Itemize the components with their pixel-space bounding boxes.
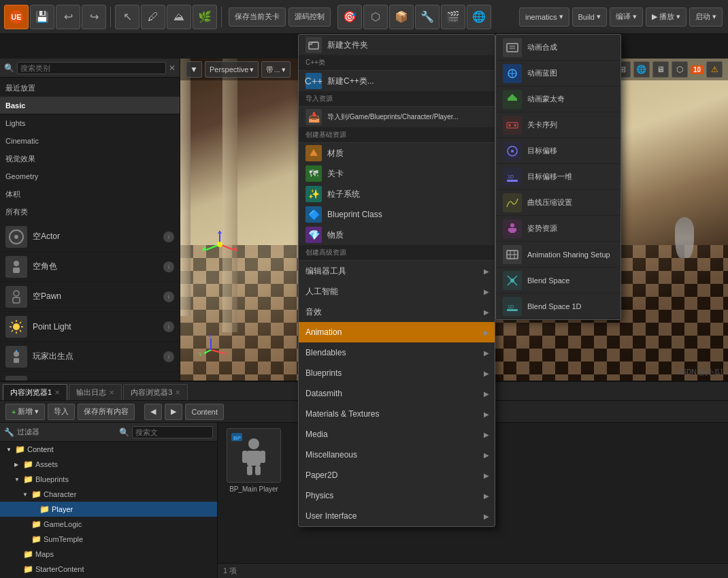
actor-item-4[interactable]: 玩家出生点 i <box>0 342 180 372</box>
actor-item-5[interactable]: 立方体 i <box>0 372 180 381</box>
toolbar-mode1[interactable]: 🎯 <box>337 5 362 29</box>
asset-bp-main-player[interactable]: BP BP_Main Player <box>223 428 284 493</box>
toolbar-foliage-btn[interactable]: 🌿 <box>193 5 217 29</box>
new-folder-item[interactable]: 新建文件夹 <box>299 35 495 55</box>
cinematics-btn[interactable]: inematics▾ <box>519 7 569 27</box>
toolbar-mode2[interactable]: ⬡ <box>363 5 388 29</box>
volume-category[interactable]: 体积 <box>0 185 180 203</box>
menu-blendables[interactable]: Blendables ▶ <box>299 342 495 363</box>
toolbar-landscape-btn[interactable]: ⛰ <box>167 5 191 29</box>
menu-material[interactable]: 材质 <box>299 143 495 163</box>
menu-sound[interactable]: 音效 ▶ <box>299 302 495 322</box>
tab-3-close[interactable]: ✕ <box>175 389 180 396</box>
menu-blueprints[interactable]: Blueprints ▶ <box>299 363 495 383</box>
tree-player[interactable]: 📁 Player <box>0 502 217 517</box>
tab-1-close[interactable]: ✕ <box>54 389 60 396</box>
menu-physics-mat[interactable]: 💎 物质 <box>299 225 495 245</box>
menu-paper2d[interactable]: Paper2D ▶ <box>299 465 495 485</box>
ue-logo-btn[interactable]: UE <box>4 5 29 29</box>
menu-animation[interactable]: Animation ▶ <box>299 322 495 342</box>
menu-blueprint-class[interactable]: 🔷 Blueprint Class <box>299 204 495 225</box>
new-cpp-item[interactable]: C++ 新建C++类... <box>299 71 495 91</box>
lights-category[interactable]: Lights <box>0 114 180 132</box>
menu-materials-textures[interactable]: Materials & Textures ▶ <box>299 404 495 424</box>
menu-ui[interactable]: User Interface ▶ <box>299 506 495 526</box>
nav-back-btn[interactable]: ◀ <box>144 404 162 420</box>
tree-search-input[interactable] <box>132 426 213 438</box>
translate-btn[interactable]: 编译▾ <box>610 7 643 27</box>
tree-maps[interactable]: 📁 Maps <box>0 547 217 562</box>
play-btn[interactable]: ▶ 播放▾ <box>646 7 686 27</box>
toolbar-mode5[interactable]: 🎬 <box>441 5 465 29</box>
sub-anim-montage[interactable]: 动画蒙太奇 <box>496 86 621 112</box>
recent-category[interactable]: 最近放置 <box>0 79 180 97</box>
visual-effect-category[interactable]: 视觉效果 <box>0 150 180 167</box>
vp-tool1[interactable]: ⬡ <box>672 61 688 78</box>
sub-blend-space[interactable]: Blend Space <box>496 268 621 293</box>
tree-assets[interactable]: ▶ 📁 Assets <box>0 457 217 472</box>
tab-output-log[interactable]: 输出日志 ✕ <box>69 384 122 400</box>
import-btn[interactable]: 导入 <box>48 404 75 420</box>
toolbar-mode6[interactable]: 🌐 <box>467 5 491 29</box>
tab-2-close[interactable]: ✕ <box>109 389 114 396</box>
actor-info-1[interactable]: i <box>163 261 174 272</box>
vp-render-icon[interactable]: 🖥 <box>652 61 669 78</box>
actor-item-0[interactable]: 空Actor i <box>0 222 180 252</box>
toolbar-mode4[interactable]: 🔧 <box>415 5 440 29</box>
basic-category[interactable]: Basic <box>0 97 180 114</box>
menu-level[interactable]: 🗺 关卡 <box>299 163 495 184</box>
actor-item-3[interactable]: Point Light i <box>0 312 180 342</box>
tab-content-browser-1[interactable]: 内容浏览器1 ✕ <box>3 384 67 400</box>
tree-startercontent[interactable]: 📁 StarterContent <box>0 562 217 577</box>
breadcrumb-btn[interactable]: Content <box>185 404 224 420</box>
actor-info-4[interactable]: i <box>163 351 174 362</box>
save-all-btn[interactable]: 保存所有内容 <box>78 404 135 420</box>
sub-anim-sharing[interactable]: Animation Sharing Setup <box>496 242 621 268</box>
sub-anim-composite[interactable]: 动画合成 <box>496 35 621 61</box>
nav-forward-btn[interactable]: ▶ <box>165 404 182 420</box>
toolbar-undo-btn[interactable]: ↩ <box>56 5 80 29</box>
sub-blend-space-1d[interactable]: 1D Blend Space 1D <box>496 293 621 319</box>
save-current-btn[interactable]: 保存当前关卡 <box>229 7 286 27</box>
sub-anim-blueprint[interactable]: 动画蓝图 <box>496 61 621 86</box>
actor-info-0[interactable]: i <box>163 231 174 242</box>
menu-ai[interactable]: 人工智能 ▶ <box>299 281 495 302</box>
viewport-menu-btn[interactable]: ▼ <box>186 61 202 78</box>
sub-aim-offset-1d[interactable]: 1D 目标偏移一维 <box>496 164 621 190</box>
toolbar-save-btn[interactable]: 💾 <box>30 5 54 29</box>
menu-particle[interactable]: ✨ 粒子系统 <box>299 184 495 204</box>
menu-misc[interactable]: Miscellaneous ▶ <box>299 445 495 465</box>
tree-gamelogic[interactable]: 📁 GameLogic <box>0 517 217 532</box>
menu-media[interactable]: Media ▶ <box>299 424 495 445</box>
sub-pose-asset[interactable]: 姿势资源 <box>496 216 621 242</box>
sub-curve-compress[interactable]: 曲线压缩设置 <box>496 190 621 216</box>
launch-btn[interactable]: 启动▾ <box>689 7 723 27</box>
source-control-btn[interactable]: 源码控制 <box>288 7 331 27</box>
cinematic-category[interactable]: Cinematic <box>0 132 180 150</box>
menu-editor-tools[interactable]: 编辑器工具 ▶ <box>299 261 495 281</box>
lit-btn[interactable]: 带... ▾ <box>261 61 290 78</box>
tab-content-browser-3[interactable]: 内容浏览器3 ✕ <box>123 384 188 400</box>
tree-character[interactable]: ▼ 📁 Character <box>0 487 217 502</box>
vp-warning-icon[interactable]: ⚠ <box>706 61 723 78</box>
close-search-icon[interactable]: ✕ <box>169 63 176 73</box>
menu-datasmith[interactable]: Datasmith ▶ <box>299 383 495 404</box>
tree-blueprints[interactable]: ▼ 📁 Blueprints <box>0 472 217 487</box>
import-path-item[interactable]: 📥 导入到/Game/Blueprints/Character/Player..… <box>299 107 495 127</box>
perspective-btn[interactable]: Perspective ▾ <box>205 61 259 78</box>
toolbar-mode3[interactable]: 📦 <box>389 5 414 29</box>
sub-level-sequence[interactable]: 关卡序列 <box>496 112 621 138</box>
new-btn[interactable]: + 新增 ▾ <box>5 404 45 420</box>
vp-world-icon[interactable]: 🌐 <box>633 61 650 78</box>
sub-aim-offset[interactable]: 目标偏移 <box>496 138 621 164</box>
search-input[interactable] <box>17 62 166 74</box>
build-btn[interactable]: Build▾ <box>572 7 607 27</box>
geometry-category[interactable]: Geometry <box>0 167 180 185</box>
toolbar-redo-btn[interactable]: ↪ <box>82 5 106 29</box>
all-category[interactable]: 所有类 <box>0 203 180 221</box>
tree-sumtemple[interactable]: 📁 SumTemple <box>0 532 217 547</box>
actor-item-2[interactable]: 空Pawn i <box>0 282 180 312</box>
actor-item-1[interactable]: 空角色 i <box>0 252 180 282</box>
toolbar-select-btn[interactable]: ↖ <box>115 5 139 29</box>
actor-info-3[interactable]: i <box>163 321 174 332</box>
